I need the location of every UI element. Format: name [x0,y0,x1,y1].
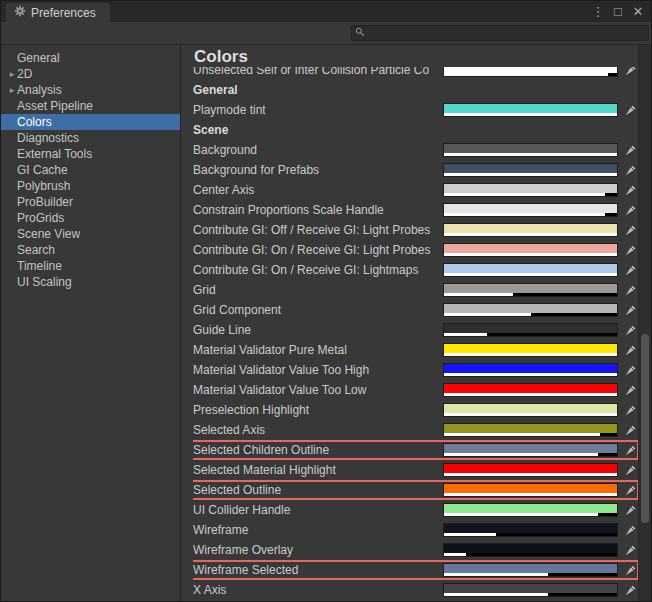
swatch-alpha-fill [444,593,548,596]
sidebar-item-scene-view[interactable]: Scene View [1,226,180,242]
swatch-color-area [444,544,617,553]
swatch-alpha-bar [444,573,617,576]
color-swatch[interactable] [443,323,618,337]
color-swatch[interactable] [443,243,618,257]
eyedropper-icon[interactable] [622,563,638,577]
color-swatch[interactable] [443,403,618,417]
color-row: Contribute GI: On / Receive GI: Lightmap… [193,260,638,280]
eyedropper-icon[interactable] [622,323,638,337]
color-swatch[interactable] [443,583,618,597]
sidebar-item-probuilder[interactable]: ProBuilder [1,194,180,210]
swatch-color-area [444,284,617,293]
color-swatch[interactable] [443,543,618,557]
expand-arrow-icon[interactable]: ▸ [7,69,17,79]
eyedropper-icon[interactable] [622,103,638,117]
swatch-color-area [444,264,617,273]
eyedropper-icon[interactable] [622,303,638,317]
color-swatch[interactable] [443,263,618,277]
color-swatch[interactable] [443,523,618,537]
eyedropper-icon[interactable] [622,223,638,237]
color-swatch[interactable] [443,67,618,77]
eyedropper-icon[interactable] [622,243,638,257]
color-row: Selected Children Outline [193,440,638,460]
sidebar-item-label: Colors [17,115,52,129]
color-swatch[interactable] [443,423,618,437]
color-swatch[interactable] [443,563,618,577]
eyedropper-icon[interactable] [622,183,638,197]
sidebar: General▸2D▸AnalysisAsset PipelineColorsD… [1,45,181,601]
sidebar-item-progrids[interactable]: ProGrids [1,210,180,226]
close-icon[interactable]: ✕ [630,4,646,20]
color-row: Background [193,140,638,160]
color-label: Selected Material Highlight [193,463,443,477]
color-swatch[interactable] [443,103,618,117]
eyedropper-icon[interactable] [622,203,638,217]
swatch-alpha-bar [444,313,617,316]
sidebar-item-asset-pipeline[interactable]: Asset Pipeline [1,98,180,114]
swatch-color-area [444,344,617,353]
sidebar-item-analysis[interactable]: ▸Analysis [1,82,180,98]
eyedropper-icon[interactable] [622,483,638,497]
sidebar-item-ui-scaling[interactable]: UI Scaling [1,274,180,290]
color-swatch[interactable] [443,283,618,297]
color-swatch[interactable] [443,483,618,497]
color-row: Selected Axis [193,420,638,440]
eyedropper-icon[interactable] [622,143,638,157]
eyedropper-icon[interactable] [622,343,638,357]
sidebar-item-label: Analysis [17,83,62,97]
sidebar-item-2d[interactable]: ▸2D [1,66,180,82]
color-row: Guide Line [193,320,638,340]
search-input[interactable] [368,27,645,40]
color-swatch[interactable] [443,143,618,157]
eyedropper-icon[interactable] [622,383,638,397]
eyedropper-icon[interactable] [622,443,638,457]
eyedropper-icon[interactable] [622,363,638,377]
sidebar-item-label: GI Cache [17,163,68,177]
sidebar-item-search[interactable]: Search [1,242,180,258]
swatch-alpha-bar [444,393,617,396]
eyedropper-icon[interactable] [622,67,638,77]
color-row: Playmode tint [193,100,638,120]
sidebar-item-general[interactable]: General [1,50,180,66]
sidebar-item-diagnostics[interactable]: Diagnostics [1,130,180,146]
color-swatch[interactable] [443,303,618,317]
color-swatch[interactable] [443,183,618,197]
eyedropper-icon[interactable] [622,423,638,437]
color-swatch[interactable] [443,463,618,477]
color-swatch[interactable] [443,363,618,377]
color-swatch[interactable] [443,503,618,517]
eyedropper-icon[interactable] [622,263,638,277]
sidebar-item-polybrush[interactable]: Polybrush [1,178,180,194]
eyedropper-icon[interactable] [622,583,638,597]
eyedropper-icon[interactable] [622,503,638,517]
color-swatch[interactable] [443,163,618,177]
eyedropper-icon[interactable] [622,283,638,297]
scrollbar-thumb[interactable] [641,334,649,523]
swatch-alpha-fill [444,513,598,516]
color-swatch[interactable] [443,443,618,457]
expand-arrow-icon[interactable]: ▸ [7,85,17,95]
maximize-icon[interactable]: □ [610,4,626,20]
eyedropper-icon[interactable] [622,163,638,177]
eyedropper-icon[interactable] [622,463,638,477]
sidebar-item-external-tools[interactable]: External Tools [1,146,180,162]
sidebar-item-label: Scene View [17,227,80,241]
swatch-color-area [444,584,617,593]
eyedropper-icon[interactable] [622,543,638,557]
swatch-alpha-bar [444,493,617,496]
tab-preferences[interactable]: Preferences [6,3,110,22]
sidebar-item-colors[interactable]: Colors [1,114,180,130]
sidebar-item-gi-cache[interactable]: GI Cache [1,162,180,178]
menu-icon[interactable]: ⋮ [590,4,606,20]
eyedropper-icon[interactable] [622,403,638,417]
sidebar-item-timeline[interactable]: Timeline [1,258,180,274]
search-box[interactable] [351,25,649,41]
swatch-alpha-fill [444,73,608,76]
color-swatch[interactable] [443,343,618,357]
eyedropper-icon[interactable] [622,523,638,537]
color-swatch[interactable] [443,203,618,217]
swatch-alpha-fill [444,493,617,496]
color-swatch[interactable] [443,383,618,397]
vertical-scrollbar[interactable] [638,45,651,601]
color-swatch[interactable] [443,223,618,237]
